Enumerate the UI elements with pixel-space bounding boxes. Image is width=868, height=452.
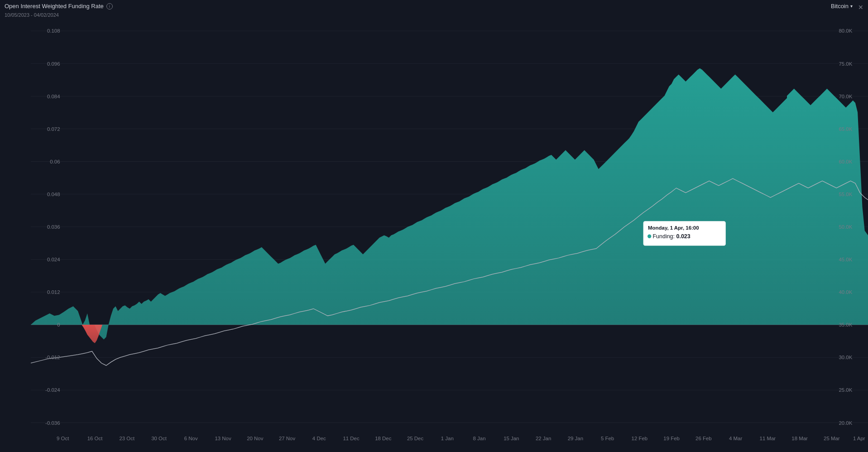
svg-text:0: 0 xyxy=(57,322,60,327)
svg-text:25.0K: 25.0K xyxy=(839,387,852,393)
chart-title: Open Interest Weighted Funding Rate i xyxy=(5,3,113,10)
svg-marker-15 xyxy=(31,68,868,340)
svg-text:0.096: 0.096 xyxy=(47,61,60,67)
svg-text:18 Mar: 18 Mar xyxy=(791,436,808,441)
svg-text:11 Dec: 11 Dec xyxy=(343,436,359,441)
svg-text:0.108: 0.108 xyxy=(47,28,60,34)
svg-text:1 Jan: 1 Jan xyxy=(441,436,454,441)
svg-text:25 Dec: 25 Dec xyxy=(407,436,423,441)
asset-selector[interactable]: Bitcoin ▾ xyxy=(831,3,853,10)
svg-text:0.012: 0.012 xyxy=(47,289,60,295)
chart-header: Open Interest Weighted Funding Rate i 10… xyxy=(0,0,868,18)
chart-svg: 0.108 0.096 0.084 0.072 0.06 0.048 0.036… xyxy=(31,18,868,452)
svg-text:50.0K: 50.0K xyxy=(839,224,852,230)
header-left: Open Interest Weighted Funding Rate i 10… xyxy=(5,3,113,18)
svg-text:4 Dec: 4 Dec xyxy=(312,436,326,441)
svg-text:11 Mar: 11 Mar xyxy=(760,436,776,441)
svg-text:23 Oct: 23 Oct xyxy=(119,436,134,441)
svg-text:0.036: 0.036 xyxy=(47,224,60,230)
svg-text:40.0K: 40.0K xyxy=(839,289,852,295)
svg-text:75.0K: 75.0K xyxy=(839,61,852,67)
svg-text:0.024: 0.024 xyxy=(47,257,60,262)
svg-text:8 Jan: 8 Jan xyxy=(473,436,486,441)
svg-text:29 Jan: 29 Jan xyxy=(568,436,583,441)
y-axis-left xyxy=(0,18,31,452)
chevron-down-icon: ▾ xyxy=(850,4,853,9)
svg-text:26 Feb: 26 Feb xyxy=(695,436,712,441)
svg-text:30 Oct: 30 Oct xyxy=(151,436,167,441)
info-icon[interactable]: i xyxy=(106,3,113,10)
title-text: Open Interest Weighted Funding Rate xyxy=(5,3,104,10)
svg-text:-0.012: -0.012 xyxy=(45,355,60,360)
svg-text:65.0K: 65.0K xyxy=(839,126,852,132)
svg-text:0.048: 0.048 xyxy=(47,192,60,197)
svg-text:6 Nov: 6 Nov xyxy=(184,436,198,441)
svg-text:70.0K: 70.0K xyxy=(839,94,852,99)
close-button[interactable]: ✕ xyxy=(856,3,865,12)
date-range: 10/05/2023 - 04/02/2024 xyxy=(5,10,113,18)
svg-point-76 xyxy=(647,235,651,238)
svg-text:60.0K: 60.0K xyxy=(839,159,852,164)
svg-text:0.084: 0.084 xyxy=(47,94,60,99)
svg-text:1 Apr: 1 Apr xyxy=(853,436,865,441)
svg-text:18 Dec: 18 Dec xyxy=(375,436,391,441)
svg-text:-0.024: -0.024 xyxy=(45,387,60,393)
asset-label: Bitcoin xyxy=(831,3,849,10)
svg-text:15 Jan: 15 Jan xyxy=(504,436,519,441)
svg-text:35.0K: 35.0K xyxy=(839,322,852,327)
svg-text:20 Nov: 20 Nov xyxy=(247,436,263,441)
svg-text:0.06: 0.06 xyxy=(50,159,60,164)
svg-text:45.0K: 45.0K xyxy=(839,257,852,262)
svg-text:12 Feb: 12 Feb xyxy=(632,436,648,441)
svg-text:27 Nov: 27 Nov xyxy=(279,436,295,441)
svg-text:80.0K: 80.0K xyxy=(839,28,852,34)
chart-container: Open Interest Weighted Funding Rate i 10… xyxy=(0,0,868,452)
svg-text:4 Mar: 4 Mar xyxy=(729,436,742,441)
svg-text:Funding: 0.023: Funding: 0.023 xyxy=(652,233,690,240)
svg-text:55.0K: 55.0K xyxy=(839,192,852,197)
svg-text:22 Jan: 22 Jan xyxy=(536,436,551,441)
svg-text:9 Oct: 9 Oct xyxy=(57,436,69,441)
chart-body: 0.108 0.096 0.084 0.072 0.06 0.048 0.036… xyxy=(0,18,868,452)
svg-text:25 Mar: 25 Mar xyxy=(824,436,840,441)
svg-text:0.072: 0.072 xyxy=(47,126,60,132)
svg-text:5 Feb: 5 Feb xyxy=(601,436,614,441)
svg-text:16 Oct: 16 Oct xyxy=(87,436,103,441)
svg-text:-0.036: -0.036 xyxy=(45,420,60,426)
svg-text:30.0K: 30.0K xyxy=(839,355,852,360)
svg-text:20.0K: 20.0K xyxy=(839,420,852,426)
svg-text:Monday, 1 Apr, 16:00: Monday, 1 Apr, 16:00 xyxy=(648,225,699,231)
svg-text:13 Nov: 13 Nov xyxy=(215,436,231,441)
chart-area: 0.108 0.096 0.084 0.072 0.06 0.048 0.036… xyxy=(31,18,868,452)
svg-text:19 Feb: 19 Feb xyxy=(663,436,680,441)
